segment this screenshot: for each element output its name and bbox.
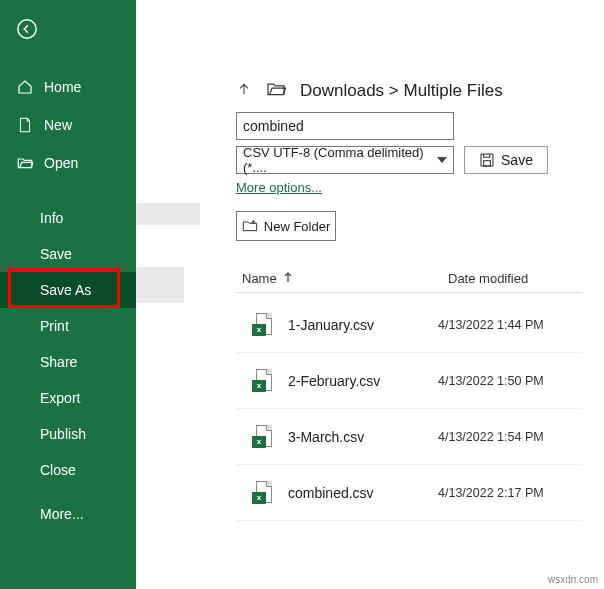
document-icon <box>16 116 34 134</box>
file-table-header: Name Date modified <box>236 265 582 293</box>
breadcrumb-row: Downloads > Multiple Files <box>236 80 582 102</box>
sidebar-item-new[interactable]: New <box>0 106 136 144</box>
filetype-dropdown[interactable]: CSV UTF-8 (Comma delimited) (*.... <box>236 146 454 174</box>
backstage-sidebar: Home New Open Info Save Save As Print Sh… <box>0 0 136 589</box>
sidebar-item-print[interactable]: Print <box>0 308 136 344</box>
header-date-label: Date modified <box>448 271 528 286</box>
save-button[interactable]: Save <box>464 146 548 174</box>
folder-open-icon <box>16 154 34 172</box>
svg-rect-2 <box>484 161 491 166</box>
sidebar-label: Info <box>40 210 63 226</box>
sidebar-label: Share <box>40 354 77 370</box>
left-gutter <box>136 0 200 589</box>
sidebar-label: Save As <box>40 282 91 298</box>
more-options-link[interactable]: More options... <box>236 180 322 195</box>
sidebar-label: Home <box>44 79 81 95</box>
up-one-level-button[interactable] <box>236 80 252 102</box>
file-row[interactable]: x combined.csv 4/13/2022 2:17 PM <box>236 465 582 521</box>
sidebar-item-home[interactable]: Home <box>0 68 136 106</box>
file-date: 4/13/2022 1:44 PM <box>438 318 582 332</box>
main-panel: Downloads > Multiple Files CSV UTF-8 (Co… <box>136 0 604 589</box>
file-list: x 1-January.csv 4/13/2022 1:44 PM x 2-Fe… <box>236 297 582 521</box>
file-row[interactable]: x 3-March.csv 4/13/2022 1:54 PM <box>236 409 582 465</box>
sidebar-label: Close <box>40 462 76 478</box>
chevron-down-icon <box>437 153 447 168</box>
svg-rect-1 <box>481 154 493 166</box>
new-folder-button[interactable]: New Folder <box>236 211 336 241</box>
excel-csv-icon: x <box>236 369 288 393</box>
filename-input[interactable] <box>236 112 454 140</box>
watermark: wsxdn.com <box>548 574 598 585</box>
sidebar-item-save-as[interactable]: Save As <box>0 272 136 308</box>
sidebar-label: Export <box>40 390 80 406</box>
back-button[interactable] <box>6 8 48 50</box>
sidebar-label: More... <box>40 506 84 522</box>
sidebar-label: Publish <box>40 426 86 442</box>
sidebar-label: Open <box>44 155 78 171</box>
header-name-column[interactable]: Name <box>242 271 448 286</box>
back-arrow-icon <box>16 18 38 40</box>
file-name: combined.csv <box>288 485 438 501</box>
folder-icon <box>266 81 286 101</box>
sidebar-item-info[interactable]: Info <box>0 200 136 236</box>
home-icon <box>16 78 34 96</box>
file-row[interactable]: x 2-February.csv 4/13/2022 1:50 PM <box>236 353 582 409</box>
header-date-column[interactable]: Date modified <box>448 271 576 286</box>
sort-ascending-icon <box>283 271 293 286</box>
save-button-label: Save <box>501 152 533 168</box>
file-row[interactable]: x 1-January.csv 4/13/2022 1:44 PM <box>236 297 582 353</box>
sidebar-item-share[interactable]: Share <box>0 344 136 380</box>
sidebar-item-close[interactable]: Close <box>0 452 136 488</box>
sidebar-item-open[interactable]: Open <box>0 144 136 182</box>
file-date: 4/13/2022 1:54 PM <box>438 430 582 444</box>
file-name: 2-February.csv <box>288 373 438 389</box>
filetype-selected-label: CSV UTF-8 (Comma delimited) (*.... <box>243 145 437 175</box>
sidebar-item-publish[interactable]: Publish <box>0 416 136 452</box>
excel-csv-icon: x <box>236 313 288 337</box>
excel-csv-icon: x <box>236 425 288 449</box>
file-date: 4/13/2022 1:50 PM <box>438 374 582 388</box>
new-folder-label: New Folder <box>264 219 330 234</box>
sidebar-item-save[interactable]: Save <box>0 236 136 272</box>
new-folder-icon <box>242 219 258 233</box>
file-date: 4/13/2022 2:17 PM <box>438 486 582 500</box>
sidebar-label: Save <box>40 246 72 262</box>
breadcrumb-path[interactable]: Downloads > Multiple Files <box>300 81 503 101</box>
sidebar-label: Print <box>40 318 69 334</box>
sidebar-item-export[interactable]: Export <box>0 380 136 416</box>
header-name-label: Name <box>242 271 277 286</box>
svg-point-0 <box>18 20 36 38</box>
sidebar-label: New <box>44 117 72 133</box>
excel-csv-icon: x <box>236 481 288 505</box>
file-name: 1-January.csv <box>288 317 438 333</box>
sidebar-item-more[interactable]: More... <box>0 496 136 532</box>
save-icon <box>479 152 495 168</box>
file-name: 3-March.csv <box>288 429 438 445</box>
